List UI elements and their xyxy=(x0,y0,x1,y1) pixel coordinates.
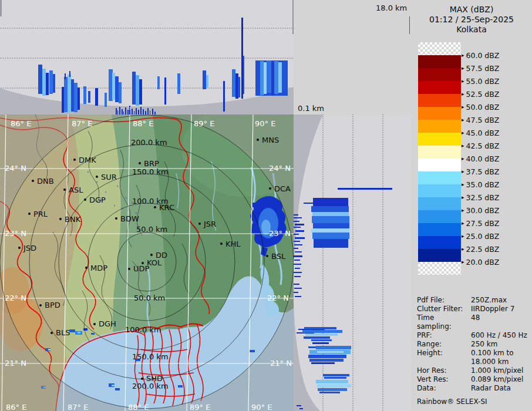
info-value: 600 Hz / 450 Hz xyxy=(471,331,530,340)
side-panel-graphic xyxy=(294,114,411,411)
info-label: Data: xyxy=(417,384,471,393)
city-dot xyxy=(150,254,153,256)
lon-label: 90° E xyxy=(255,119,275,128)
legend-label: 40.0 dBZ xyxy=(466,154,500,163)
city-label: BNK xyxy=(65,215,81,224)
city-dot xyxy=(63,188,66,191)
city-dot xyxy=(266,255,268,257)
legend-entry: ▸37.5 dBZ xyxy=(462,167,499,176)
arrow-icon: ▸ xyxy=(462,130,464,136)
city-dot xyxy=(198,223,201,225)
legend-label: 20.0 dBZ xyxy=(466,258,500,267)
arrow-icon: ▸ xyxy=(462,207,464,213)
legend-label: 27.5 dBZ xyxy=(466,219,500,228)
legend-label: 50.0 dBZ xyxy=(466,103,500,112)
swatch xyxy=(418,146,461,159)
lon-label: 86° E xyxy=(11,119,31,128)
arrow-icon: ▸ xyxy=(462,181,464,187)
legend-label: 30.0 dBZ xyxy=(466,206,500,215)
city-dot xyxy=(257,139,259,141)
lat-label: 23° N xyxy=(269,229,291,238)
city-label: DCA xyxy=(274,184,291,193)
legend-entry: ▸60.0 dBZ xyxy=(462,50,499,60)
arrow-icon: ▸ xyxy=(462,52,464,58)
city-dot xyxy=(115,217,117,220)
ring-label: 200.0 km xyxy=(131,138,167,147)
lat-label: 24° N xyxy=(5,164,26,173)
legend-label: 25.0 dBZ xyxy=(466,232,500,241)
legend-entry: ▸55.0 dBZ xyxy=(462,76,499,86)
info-label: PRF: xyxy=(417,331,471,340)
info-value: IIRDoppler 7 xyxy=(471,305,530,314)
info-row: Vert Res:0.089 km/pixel xyxy=(417,375,530,384)
arrow-icon: ▸ xyxy=(462,194,464,200)
swatch xyxy=(418,55,461,68)
legend-panel: MAX (dBZ) 01:12 / 25-Sep-2025 Kolkata ▸6… xyxy=(411,0,532,411)
city-dot xyxy=(84,198,86,201)
arrow-icon: ▸ xyxy=(462,259,464,265)
lat-label: 21° N xyxy=(270,359,292,368)
top-height-panel xyxy=(0,0,294,114)
city-label: ASL xyxy=(69,186,83,194)
info-row: 18.000 km xyxy=(417,358,530,366)
city-dot xyxy=(96,176,98,178)
lon-label: 90° E xyxy=(251,403,272,411)
arrow-icon: ▸ xyxy=(462,220,464,226)
legend-entry: ▸57.5 dBZ xyxy=(462,63,499,73)
info-row: Time sampling:48 xyxy=(417,314,530,331)
city-dot xyxy=(93,323,96,325)
city-label: KHL xyxy=(225,240,241,248)
city-label: MNS xyxy=(262,136,279,144)
city-label: BRP xyxy=(144,159,159,168)
city-label: BDW xyxy=(120,214,139,223)
lat-label: 21° N xyxy=(5,359,26,368)
swatch xyxy=(418,197,461,210)
info-row: PRF:600 Hz / 450 Hz xyxy=(417,331,530,340)
city-dot xyxy=(85,267,87,269)
swatch xyxy=(418,249,461,262)
legend-label: 22.5 dBZ xyxy=(466,245,500,254)
legend-entry: ▸32.5 dBZ xyxy=(462,193,499,202)
city-label: SHD xyxy=(146,374,163,383)
axis-stub xyxy=(0,0,2,16)
arrow-icon: ▸ xyxy=(462,104,464,110)
legend-entry: ▸40.0 dBZ xyxy=(462,154,499,163)
lat-label: 24° N xyxy=(269,164,291,173)
radar-map: 200.0 km 150.0 km 100.0 km 50.0 km 50.0 … xyxy=(0,114,294,411)
ring-label: 50.0 km xyxy=(136,225,167,234)
info-value: 0.089 km/pixel xyxy=(471,375,530,384)
info-row: Clutter Filter:IIRDoppler 7 xyxy=(417,305,530,314)
lon-label: 87° E xyxy=(68,403,88,411)
legend-entry: ▸30.0 dBZ xyxy=(462,206,499,215)
city-dot xyxy=(28,213,31,215)
city-dot xyxy=(220,242,223,245)
info-value: Radar Data xyxy=(471,384,530,393)
arrow-icon: ▸ xyxy=(462,143,464,149)
height-axis-tick xyxy=(409,16,410,34)
legend-entry: ▸35.0 dBZ xyxy=(462,180,499,189)
lat-label: 22° N xyxy=(267,294,289,302)
map-graphic: 200.0 km 150.0 km 100.0 km 50.0 km 50.0 … xyxy=(0,114,294,411)
arrow-icon: ▸ xyxy=(462,156,464,161)
info-label: Height: xyxy=(417,349,471,358)
legend-entry: ▸45.0 dBZ xyxy=(462,128,499,137)
scan-info-block: Pdf File:250Z.max Clutter Filter:IIRDopp… xyxy=(417,296,530,406)
city-dot xyxy=(128,268,130,270)
legend-entry: ▸25.0 dBZ xyxy=(462,231,499,241)
ring-label: 50.0 km xyxy=(134,294,165,302)
info-row: Hor Res:1.000 km/pixel xyxy=(417,366,530,375)
city-dot xyxy=(139,162,141,164)
legend-label: 52.5 dBZ xyxy=(466,90,500,99)
swatch xyxy=(418,184,461,197)
info-value: 1.000 km/pixel xyxy=(471,366,530,375)
legend-label: 45.0 dBZ xyxy=(466,129,500,137)
height-axis-min-label: 0.1 km xyxy=(298,104,324,113)
city-dot xyxy=(59,218,62,220)
city-label: KRC xyxy=(159,203,174,212)
swatch xyxy=(418,133,461,146)
ring-label: 100.0 km xyxy=(125,325,161,334)
city-label: SUR xyxy=(101,173,117,181)
info-row: Height:0.100 km to xyxy=(417,349,530,358)
color-scale xyxy=(418,42,461,275)
swatch xyxy=(418,107,461,120)
